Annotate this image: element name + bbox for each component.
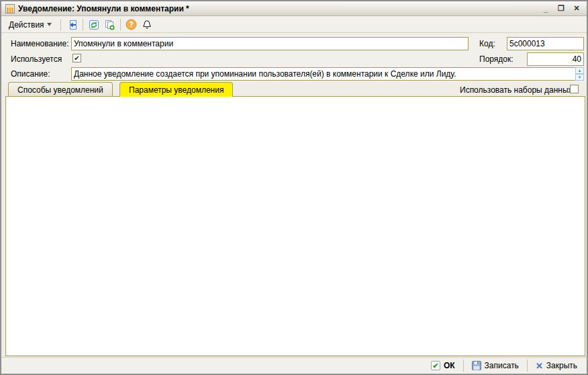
footer-bar: ✔ ОК Записать ✕ Закрыть bbox=[1, 357, 587, 374]
help-icon-button[interactable]: ? bbox=[125, 18, 138, 32]
title-bar: Уведомление: Упомянули в комментарии * _… bbox=[1, 1, 587, 16]
refresh-icon-button[interactable] bbox=[87, 18, 101, 32]
svg-text:?: ? bbox=[130, 21, 134, 28]
tab-notification-methods[interactable]: Способы уведомлений bbox=[8, 82, 113, 97]
close-button[interactable]: ✕ bbox=[571, 3, 583, 14]
help-icon: ? bbox=[126, 19, 137, 30]
tab-notification-parameters[interactable]: Параметры уведомления bbox=[119, 82, 233, 97]
bell-icon bbox=[142, 19, 152, 30]
spinner-down-icon[interactable]: ▼ bbox=[575, 74, 584, 81]
chevron-down-icon bbox=[47, 23, 52, 26]
code-label: Код: bbox=[479, 39, 495, 48]
use-datasets-checkbox[interactable] bbox=[570, 85, 579, 93]
window-table-icon bbox=[5, 4, 15, 13]
description-input[interactable]: Данное уведомление создается при упомина… bbox=[71, 67, 584, 81]
ok-check-icon: ✔ bbox=[431, 361, 440, 370]
actions-menu-button[interactable]: Действия bbox=[4, 18, 56, 32]
name-input[interactable]: Упомянули в комментарии bbox=[71, 37, 469, 50]
reread-document-icon-button[interactable] bbox=[65, 18, 79, 32]
code-input[interactable]: 5c000013 bbox=[507, 37, 584, 50]
name-label: Наименование: bbox=[11, 39, 69, 48]
spinner-up-icon[interactable]: ▲ bbox=[575, 67, 584, 74]
used-checkbox[interactable]: ✔ bbox=[72, 54, 81, 62]
refresh-icon bbox=[89, 19, 99, 30]
notification-window: Уведомление: Упомянули в комментарии * _… bbox=[0, 0, 588, 375]
document-arrow-icon bbox=[66, 19, 77, 30]
description-spinner[interactable]: ▲ ▼ bbox=[575, 67, 584, 81]
used-label: Используется bbox=[11, 54, 62, 64]
ok-button[interactable]: ✔ ОК bbox=[427, 360, 459, 372]
order-label: Порядок: bbox=[479, 54, 513, 64]
minimize-button[interactable]: _ bbox=[540, 3, 552, 14]
toolbar: Действия bbox=[1, 17, 587, 33]
check-icon: ✔ bbox=[74, 55, 79, 62]
copy-plus-icon bbox=[104, 19, 115, 30]
tab-page bbox=[5, 96, 585, 356]
maximize-button[interactable]: ❐ bbox=[555, 3, 567, 14]
close-form-button[interactable]: ✕ Закрыть bbox=[532, 360, 581, 372]
copy-add-icon-button[interactable] bbox=[103, 18, 116, 32]
description-label: Описание: bbox=[11, 69, 50, 79]
save-button[interactable]: Записать bbox=[468, 360, 523, 372]
save-floppy-icon bbox=[472, 361, 481, 370]
order-input[interactable]: 40 bbox=[527, 52, 584, 66]
window-title: Уведомление: Упомянули в комментарии * bbox=[18, 4, 536, 13]
use-datasets-label: Использовать наборы данных bbox=[460, 85, 573, 95]
close-x-icon: ✕ bbox=[536, 361, 543, 371]
bell-icon-button[interactable] bbox=[140, 18, 154, 32]
